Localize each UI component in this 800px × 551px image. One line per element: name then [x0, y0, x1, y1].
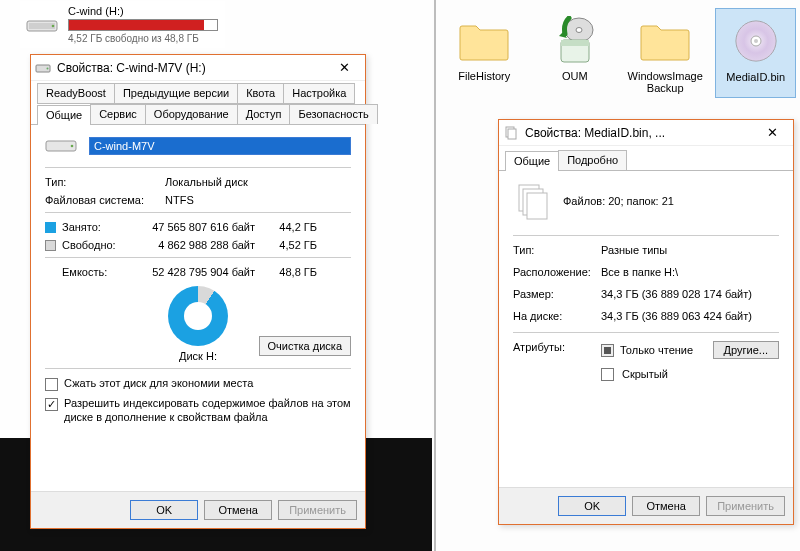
- type-value: Разные типы: [601, 244, 667, 256]
- svg-point-2: [52, 24, 55, 27]
- hdd-icon: [45, 135, 79, 157]
- ondisk-label: На диске:: [513, 310, 601, 322]
- fs-label: Файловая система:: [45, 194, 165, 206]
- files-icon: [503, 125, 519, 141]
- tab-general[interactable]: Общие: [37, 105, 91, 125]
- summary-text: Файлов: 20; папок: 21: [563, 195, 674, 207]
- tab-quota[interactable]: Квота: [237, 83, 284, 104]
- dialog-title: Свойства: C-wind-M7V (H:): [57, 61, 321, 75]
- used-label: Занято:: [62, 221, 147, 233]
- ok-button[interactable]: OK: [130, 500, 198, 520]
- ondisk-value: 34,3 ГБ (36 889 063 424 байт): [601, 310, 752, 322]
- svg-rect-16: [508, 129, 516, 139]
- disk-cleanup-button[interactable]: Очистка диска: [259, 336, 351, 356]
- free-bytes: 4 862 988 288 байт: [147, 239, 267, 251]
- index-label: Разрешить индексировать содержимое файло…: [64, 397, 351, 425]
- explorer-items: FileHistory OUM WindowsImageBackup Media…: [444, 8, 796, 98]
- location-value: Все в папке H:\: [601, 266, 678, 278]
- compress-label: Сжать этот диск для экономии места: [64, 377, 253, 391]
- tab-previous-versions[interactable]: Предыдущие версии: [114, 83, 238, 104]
- ok-button[interactable]: OK: [558, 496, 626, 516]
- tab-tools[interactable]: Сервис: [90, 104, 146, 124]
- svg-point-14: [754, 39, 758, 43]
- drive-name: C-wind (H:): [68, 5, 221, 17]
- size-label: Размер:: [513, 288, 601, 300]
- capacity-bytes: 52 428 795 904 байт: [147, 266, 267, 278]
- hidden-checkbox[interactable]: [601, 368, 614, 381]
- size-value: 34,3 ГБ (36 889 028 174 байт): [601, 288, 752, 300]
- item-label: WindowsImageBackup: [627, 70, 703, 94]
- drive-usage-bar: [68, 19, 218, 31]
- cancel-button[interactable]: Отмена: [204, 500, 272, 520]
- apply-button[interactable]: Применить: [706, 496, 785, 516]
- file-mediaid-bin[interactable]: MediaID.bin: [715, 8, 796, 98]
- attributes-label: Атрибуты:: [513, 341, 601, 353]
- svg-point-8: [576, 28, 582, 33]
- readonly-label: Только чтение: [620, 344, 693, 356]
- svg-rect-1: [29, 23, 55, 29]
- dialog-title: Свойства: MediaID.bin, ...: [525, 126, 749, 140]
- tab-readyboost[interactable]: ReadyBoost: [37, 83, 115, 104]
- used-gb: 44,2 ГБ: [267, 221, 317, 233]
- files-stack-icon: [513, 181, 553, 221]
- location-label: Расположение:: [513, 266, 601, 278]
- svg-rect-10: [561, 40, 589, 46]
- item-label: OUM: [536, 70, 612, 82]
- layout-divider: [434, 0, 436, 551]
- disc-icon: [718, 13, 793, 69]
- other-attributes-button[interactable]: Другие...: [713, 341, 779, 359]
- tab-customize[interactable]: Настройка: [283, 83, 355, 104]
- tab-details[interactable]: Подробно: [558, 150, 627, 170]
- folder-icon: [627, 12, 703, 68]
- capacity-label: Емкость:: [62, 266, 147, 278]
- hidden-label: Скрытый: [622, 368, 668, 380]
- tab-general[interactable]: Общие: [505, 151, 559, 171]
- tab-sharing[interactable]: Доступ: [237, 104, 291, 124]
- used-bytes: 47 565 807 616 байт: [147, 221, 267, 233]
- drive-card[interactable]: C-wind (H:) 4,52 ГБ свободно из 48,8 ГБ: [20, 1, 225, 48]
- free-color-swatch: [45, 240, 56, 251]
- cd-drive-icon: [536, 12, 612, 68]
- tab-hardware[interactable]: Оборудование: [145, 104, 238, 124]
- compress-checkbox[interactable]: [45, 378, 58, 391]
- drive-free-text: 4,52 ГБ свободно из 48,8 ГБ: [68, 33, 221, 44]
- type-label: Тип:: [45, 176, 165, 188]
- cancel-button[interactable]: Отмена: [632, 496, 700, 516]
- tabs: Общие Подробно: [499, 146, 793, 171]
- disk-caption: Диск H:: [179, 350, 217, 362]
- svg-point-6: [71, 145, 74, 148]
- close-button[interactable]: ✕: [755, 125, 789, 140]
- type-value: Локальный диск: [165, 176, 351, 188]
- folder-windowsimagebackup[interactable]: WindowsImageBackup: [625, 8, 705, 98]
- folder-filehistory[interactable]: FileHistory: [444, 8, 524, 98]
- drive-properties-dialog: Свойства: C-wind-M7V (H:) ✕ ReadyBoost П…: [30, 54, 366, 529]
- multi-file-properties-dialog: Свойства: MediaID.bin, ... ✕ Общие Подро…: [498, 119, 794, 525]
- tabs: ReadyBoost Предыдущие версии Квота Настр…: [31, 81, 365, 125]
- close-button[interactable]: ✕: [327, 60, 361, 75]
- volume-name-input[interactable]: [89, 137, 351, 155]
- svg-rect-19: [527, 193, 547, 219]
- used-color-swatch: [45, 222, 56, 233]
- item-label: MediaID.bin: [718, 71, 793, 83]
- free-label: Свободно:: [62, 239, 147, 251]
- index-checkbox[interactable]: [45, 398, 58, 411]
- item-label: FileHistory: [446, 70, 522, 82]
- folder-icon: [446, 12, 522, 68]
- capacity-gb: 48,8 ГБ: [267, 266, 317, 278]
- svg-point-4: [47, 67, 49, 69]
- item-oum[interactable]: OUM: [534, 8, 614, 98]
- hdd-icon: [24, 13, 60, 37]
- hdd-icon: [35, 60, 51, 76]
- free-gb: 4,52 ГБ: [267, 239, 317, 251]
- usage-pie-chart: [168, 286, 228, 346]
- readonly-checkbox[interactable]: [601, 344, 614, 357]
- tab-security[interactable]: Безопасность: [289, 104, 377, 124]
- type-label: Тип:: [513, 244, 601, 256]
- fs-value: NTFS: [165, 194, 351, 206]
- apply-button[interactable]: Применить: [278, 500, 357, 520]
